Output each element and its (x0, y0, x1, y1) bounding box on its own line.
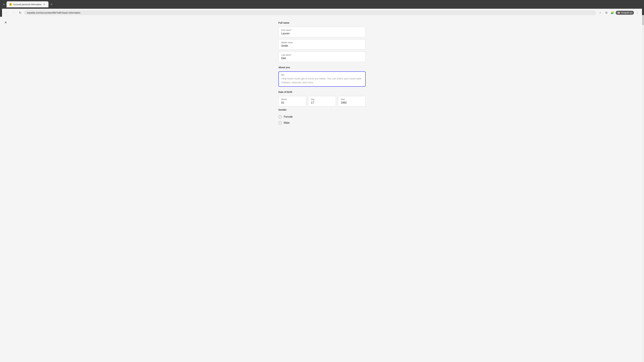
date-of-birth-section-title: Date of birth (278, 91, 366, 93)
tab-favicon: E (9, 3, 12, 6)
bio-label: Bio (282, 74, 362, 76)
day-field[interactable]: Day 17 (308, 96, 336, 106)
forward-button[interactable]: → (11, 10, 16, 15)
last-name-label: Last name * (281, 54, 363, 56)
about-you-section-title: About you (278, 66, 366, 69)
month-value: 01 (281, 101, 303, 104)
incognito-icon (617, 11, 620, 14)
incognito-label: Incognito (2) (621, 11, 632, 14)
first-name-field[interactable]: First name * Lauren (278, 27, 366, 37)
year-field[interactable]: Year 1992 (338, 96, 366, 106)
split-view-button[interactable]: ⧉ (604, 10, 609, 15)
nav-bar: ← → ↻ expedia.com/account/profile?edit=b… (2, 9, 642, 17)
address-text: expedia.com/account/profile?edit=basic-i… (27, 11, 594, 14)
nav-actions: ☆ ⧉ 🧩 Incognito (2) ⋮ (598, 10, 640, 15)
extensions-button[interactable]: 🧩 (610, 10, 615, 15)
day-label: Day (311, 98, 333, 100)
first-name-value: Lauren (281, 32, 363, 35)
close-page-button[interactable]: × (3, 19, 9, 25)
refresh-button[interactable]: ↻ (18, 10, 23, 15)
scrollbar-thumb[interactable] (642, 15, 644, 25)
male-label: Male (284, 121, 290, 124)
full-name-section-title: Full name (278, 21, 366, 24)
middle-name-label: Middle name (281, 41, 363, 44)
tab-close-button[interactable]: × (43, 3, 46, 6)
form-container: Full name First name * Lauren Middle nam… (275, 20, 369, 360)
female-radio[interactable] (278, 115, 282, 118)
bio-placeholder: Help future hosts get to know you better… (282, 77, 362, 84)
address-bar[interactable]: expedia.com/account/profile?edit=basic-i… (24, 10, 596, 15)
scrollbar[interactable] (642, 15, 644, 362)
active-tab[interactable]: E Account personal information × (6, 1, 48, 7)
day-value: 17 (311, 101, 333, 104)
tab-dropdown-button[interactable]: ▾ (2, 2, 6, 6)
gender-female-option[interactable]: Female (278, 114, 366, 120)
date-row: Month 01 Day 17 Year 1992 (278, 96, 366, 106)
year-label: Year (341, 98, 363, 100)
gender-male-option[interactable]: Male (278, 120, 366, 126)
new-tab-button[interactable]: + (49, 2, 54, 7)
more-button[interactable]: ⋮ (634, 10, 640, 15)
month-label: Month (281, 98, 303, 100)
female-label: Female (284, 115, 293, 118)
last-name-value: Deli (281, 57, 363, 60)
browser-chrome: ▾ E Account personal information × + ← →… (0, 0, 644, 17)
back-button[interactable]: ← (4, 10, 10, 15)
tab-title: Account personal information (13, 3, 42, 6)
tab-bar: ▾ E Account personal information × + (2, 1, 642, 7)
page-content: × Full name First name * Lauren Middle n… (0, 17, 644, 362)
bookmark-button[interactable]: ☆ (598, 10, 603, 15)
gender-section-title: Gender (278, 108, 366, 111)
first-name-label: First name * (281, 29, 363, 31)
middle-name-field[interactable]: Middle name Smith (278, 39, 366, 50)
year-value: 1992 (341, 101, 363, 104)
month-field[interactable]: Month 01 (278, 96, 306, 106)
male-radio[interactable] (278, 121, 282, 124)
resize-handle[interactable]: ⌟ (362, 84, 364, 86)
incognito-badge[interactable]: Incognito (2) (616, 11, 634, 15)
last-name-field[interactable]: Last name * Deli (278, 52, 366, 62)
middle-name-value: Smith (281, 44, 363, 47)
bio-field[interactable]: Bio Help future hosts get to know you be… (278, 71, 366, 87)
